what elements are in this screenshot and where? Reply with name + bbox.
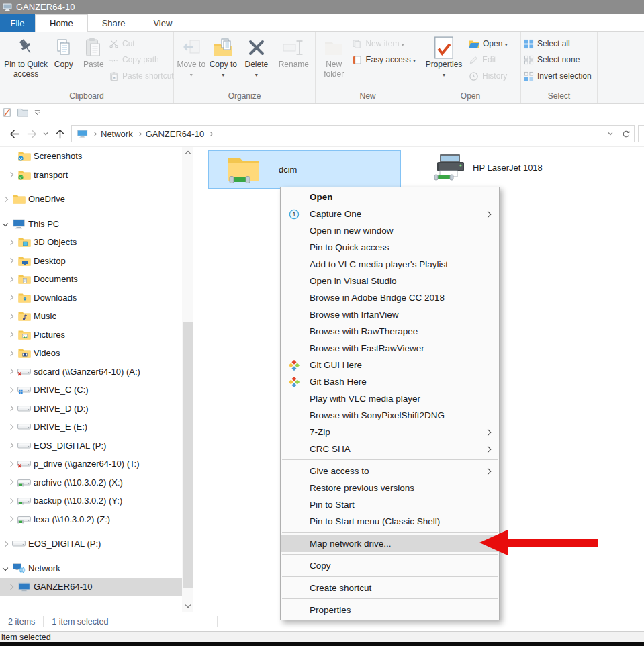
menu-item-git-bash-here[interactable]: Git Bash Here bbox=[281, 373, 499, 390]
tab-home[interactable]: Home bbox=[35, 14, 88, 32]
breadcrumb-ganzer64-10[interactable]: GANZER64-10 bbox=[146, 129, 204, 139]
chevron-down-icon[interactable] bbox=[0, 218, 11, 229]
sidebar-item-sdcard-ganzer64-10-a[interactable]: sdcard (\\Ganzer64-10) (A:) bbox=[0, 363, 182, 381]
copy-button[interactable]: Copy bbox=[49, 34, 78, 69]
chevron-right-icon[interactable] bbox=[5, 422, 16, 432]
sidebar-scrollbar[interactable] bbox=[182, 147, 193, 612]
breadcrumb-chevron-icon[interactable] bbox=[92, 132, 97, 136]
chevron-right-icon[interactable] bbox=[5, 169, 16, 180]
menu-item-git-gui-here[interactable]: Git GUI Here bbox=[281, 357, 499, 373]
menu-item-browse-with-fastrawviewer[interactable]: Browse with FastRawViewer bbox=[281, 340, 499, 357]
menu-item-copy[interactable]: Copy bbox=[281, 557, 499, 574]
move-to-button[interactable]: Move to ▾ bbox=[177, 34, 206, 79]
sidebar-item-videos[interactable]: Videos bbox=[0, 344, 182, 363]
sidebar-item-downloads[interactable]: Downloads bbox=[0, 289, 182, 308]
menu-item-7-zip[interactable]: 7-Zip bbox=[281, 424, 499, 441]
chevron-right-icon[interactable] bbox=[5, 440, 16, 451]
tab-view[interactable]: View bbox=[139, 14, 186, 32]
menu-item-play-with-vlc-media-player[interactable]: Play with VLC media player bbox=[281, 390, 499, 407]
qat-new-folder-icon[interactable] bbox=[17, 108, 28, 117]
sidebar-item-desktop[interactable]: Desktop bbox=[0, 252, 182, 271]
chevron-right-icon[interactable] bbox=[5, 582, 16, 592]
menu-item-crc-sha[interactable]: CRC SHA bbox=[281, 441, 499, 457]
menu-item-add-to-vlc-media-player-s-playlist[interactable]: Add to VLC media player's Playlist bbox=[281, 256, 499, 273]
menu-item-browse-with-irfanview[interactable]: Browse with IrfanView bbox=[281, 306, 499, 323]
select-all-button[interactable]: Select all bbox=[524, 36, 594, 52]
menu-item-browse-with-rawtherapee[interactable]: Browse with RawTherapee bbox=[281, 323, 499, 340]
properties-button[interactable]: Properties▾ bbox=[423, 34, 465, 79]
sidebar-item-pictures[interactable]: Pictures bbox=[0, 326, 182, 344]
sidebar-item-p-drive-ganzer64-10-t[interactable]: p_drive (\\ganzer64-10) (T:) bbox=[0, 455, 182, 473]
easy-access-button[interactable]: Easy access ▾ bbox=[352, 52, 417, 68]
chevron-right-icon[interactable] bbox=[5, 237, 16, 248]
sidebar-item-eos-digital-p[interactable]: EOS_DIGITAL (P:) bbox=[0, 436, 182, 455]
menu-item-pin-to-start-menu-classic-shell[interactable]: Pin to Start menu (Classic Shell) bbox=[281, 513, 499, 530]
scroll-up-icon[interactable] bbox=[182, 147, 193, 158]
chevron-right-icon[interactable] bbox=[0, 539, 11, 549]
back-button[interactable] bbox=[5, 125, 23, 142]
menu-item-capture-one[interactable]: 1Capture One bbox=[281, 205, 499, 222]
sidebar-item-network[interactable]: Network bbox=[0, 559, 182, 578]
chevron-right-icon[interactable] bbox=[5, 496, 16, 506]
scroll-down-icon[interactable] bbox=[182, 600, 193, 612]
sidebar-item-drive-d-d[interactable]: DRIVE_D (D:) bbox=[0, 400, 182, 418]
breadcrumb-chevron-icon[interactable] bbox=[137, 132, 142, 136]
copy-to-button[interactable]: Copy to ▾ bbox=[209, 34, 238, 79]
paste-shortcut-button[interactable]: Paste shortcut bbox=[109, 68, 171, 84]
menu-item-pin-to-quick-access[interactable]: Pin to Quick access bbox=[281, 239, 499, 256]
menu-item-open-in-visual-studio[interactable]: Open in Visual Studio bbox=[281, 273, 499, 289]
tab-share[interactable]: Share bbox=[88, 14, 140, 32]
new-item-button[interactable]: New item ▾ bbox=[352, 36, 417, 52]
menu-item-open-in-new-window[interactable]: Open in new window bbox=[281, 222, 499, 239]
recent-locations-chevron[interactable] bbox=[40, 125, 51, 142]
menu-item-give-access-to[interactable]: Give access to bbox=[281, 463, 499, 479]
address-dropdown-chevron[interactable] bbox=[602, 126, 618, 142]
chevron-right-icon[interactable] bbox=[5, 292, 16, 303]
tab-file[interactable]: File bbox=[0, 14, 35, 32]
menu-item-properties[interactable]: Properties bbox=[281, 602, 499, 618]
refresh-button[interactable] bbox=[618, 126, 634, 142]
sidebar-item-drive-c-c[interactable]: DRIVE_C (C:) bbox=[0, 381, 182, 400]
breadcrumb-network[interactable]: Network bbox=[101, 129, 133, 139]
chevron-right-icon[interactable] bbox=[0, 194, 11, 205]
up-button[interactable] bbox=[51, 125, 68, 142]
chevron-down-icon[interactable] bbox=[0, 563, 11, 573]
sidebar-item-documents[interactable]: Documents bbox=[0, 270, 182, 289]
sidebar-item-eos-digital-p[interactable]: EOS_DIGITAL (P:) bbox=[0, 535, 182, 553]
chevron-right-icon[interactable] bbox=[5, 329, 16, 340]
sidebar-item-onedrive[interactable]: OneDrive bbox=[0, 190, 182, 209]
menu-item-browse-with-sonypixelshift2dng[interactable]: Browse with SonyPixelShift2DNG bbox=[281, 407, 499, 424]
sidebar-item-3d-objects[interactable]: 3D Objects bbox=[0, 233, 182, 252]
pin-to-quick-access-button[interactable]: Pin to Quick access bbox=[3, 34, 49, 79]
scrollbar-thumb[interactable] bbox=[183, 322, 193, 588]
edit-button[interactable]: Edit bbox=[469, 52, 517, 68]
breadcrumb-chevron-icon[interactable] bbox=[208, 132, 213, 136]
forward-button[interactable] bbox=[23, 125, 40, 142]
sidebar-item-transport[interactable]: transport bbox=[0, 166, 182, 185]
file-tile-hp-laserjet[interactable]: HP LaserJet 1018 bbox=[428, 150, 623, 184]
select-none-button[interactable]: Select none bbox=[524, 52, 594, 68]
chevron-right-icon[interactable] bbox=[5, 403, 16, 414]
open-button[interactable]: Open ▾ bbox=[469, 36, 517, 52]
history-button[interactable]: History bbox=[469, 68, 517, 84]
sidebar-item-screenshots[interactable]: Screenshots bbox=[0, 147, 182, 166]
menu-item-open[interactable]: Open bbox=[281, 189, 499, 205]
menu-item-map-network-drive[interactable]: Map network drive... bbox=[281, 535, 499, 552]
chevron-right-icon[interactable] bbox=[5, 366, 16, 377]
menu-item-browse-in-adobe-bridge-cc-2018[interactable]: Browse in Adobe Bridge CC 2018 bbox=[281, 289, 499, 306]
cut-button[interactable]: Cut bbox=[109, 36, 171, 52]
menu-item-create-shortcut[interactable]: Create shortcut bbox=[281, 580, 499, 596]
qat-customize-chevron-icon[interactable] bbox=[34, 109, 41, 116]
paste-button[interactable]: Paste bbox=[79, 34, 109, 69]
address-bar[interactable]: Network GANZER64-10 bbox=[71, 125, 635, 142]
sidebar-item-ganzer64-10[interactable]: GANZER64-10 bbox=[0, 578, 182, 596]
invert-selection-icon-button[interactable]: Invert selection bbox=[524, 68, 594, 84]
sidebar-item-backup-10-3-0-2-y[interactable]: backup (\\10.3.0.2) (Y:) bbox=[0, 492, 182, 510]
chevron-right-icon[interactable] bbox=[5, 348, 16, 359]
rename-button[interactable]: Rename bbox=[275, 34, 312, 69]
new-folder-button[interactable]: New folder bbox=[318, 34, 349, 79]
sidebar-item-this-pc[interactable]: This PC bbox=[0, 215, 182, 234]
chevron-right-icon[interactable] bbox=[5, 274, 16, 285]
delete-button[interactable]: Delete▾ bbox=[240, 34, 273, 79]
qat-properties-icon[interactable] bbox=[2, 107, 12, 118]
